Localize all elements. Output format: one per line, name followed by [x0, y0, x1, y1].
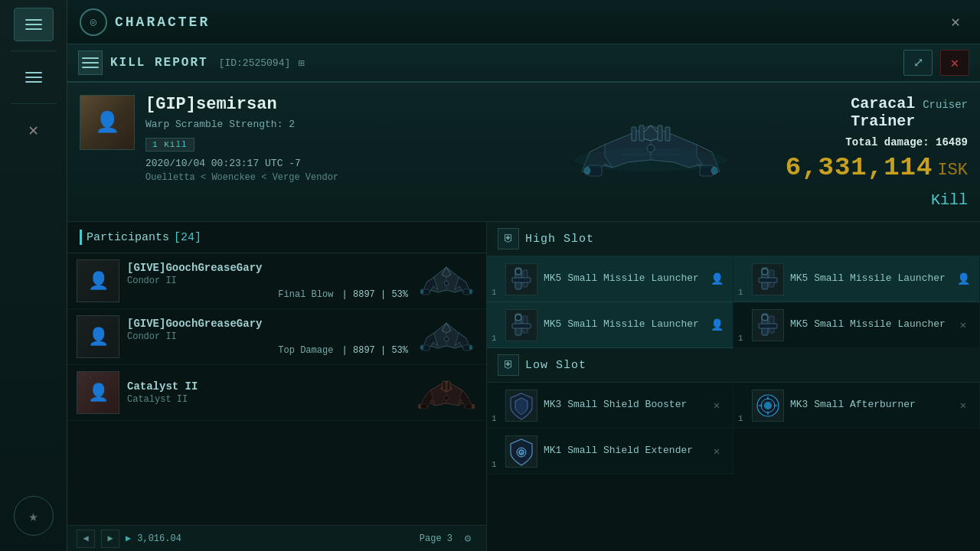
- stat-label: Top Damage: [278, 345, 333, 356]
- footer-damage-value: 3,016.04: [137, 533, 181, 544]
- footer-page: Page 3: [420, 533, 452, 544]
- slot-item[interactable]: 1 MK3 Small Shield Booster ✕: [487, 383, 733, 429]
- slot-item-name: MK5 Small Missile Launcher: [544, 272, 702, 285]
- victim-avatar: 👤: [80, 95, 135, 150]
- list-item[interactable]: 👤 [GIVE]GoochGreaseGary Condor II Final …: [67, 253, 486, 309]
- high-slot-title: High Slot: [525, 233, 594, 246]
- sidebar-cross-button[interactable]: ✕: [14, 113, 54, 147]
- ship-image: [544, 103, 758, 202]
- victim-info-left: 👤 [GIP]semirsan Warp Scramble Strength: …: [67, 83, 521, 221]
- slot-item[interactable]: 1 MK5 Small Missile Launcher ✕: [733, 302, 980, 348]
- slot-status-person-icon: 👤: [955, 271, 972, 288]
- list-item[interactable]: 👤 [GIVE]GoochGreaseGary Condor II Top Da…: [67, 309, 486, 365]
- participant-stats: Final Blow | 8897 | 53%: [127, 289, 408, 300]
- close-kill-report-button[interactable]: ✕: [940, 50, 969, 76]
- list-item[interactable]: 👤 Catalyst II Catalyst II: [67, 365, 486, 421]
- participant-name: Catalyst II: [127, 380, 408, 393]
- condor-svg: [416, 263, 476, 298]
- catalyst-svg: [416, 375, 476, 410]
- afterburner-svg: [753, 390, 783, 421]
- participants-bar-accent: [80, 230, 82, 245]
- launcher-svg: [506, 310, 537, 341]
- topbar: ◎ CHARACTER ✕: [67, 0, 980, 44]
- sidebar-divider-1: [11, 51, 57, 51]
- kr-menu-button[interactable]: [78, 51, 103, 75]
- participant-ship-image: [416, 373, 477, 412]
- nav-right-button[interactable]: ▶: [101, 530, 119, 548]
- participant-details: [GIVE]GoochGreaseGary Condor II Top Dama…: [127, 318, 408, 356]
- slot-qty: 1: [738, 288, 743, 297]
- svg-rect-40: [759, 278, 777, 282]
- participant-name: [GIVE]GoochGreaseGary: [127, 318, 408, 330]
- copy-icon[interactable]: ⊞: [298, 57, 304, 70]
- slot-item[interactable]: 1 MK3 Small A: [733, 383, 980, 429]
- svg-point-2: [584, 167, 590, 174]
- participants-list: 👤 [GIVE]GoochGreaseGary Condor II Final …: [67, 253, 486, 525]
- slot-qty: 1: [492, 460, 497, 469]
- filter-icon[interactable]: ⚙: [459, 530, 477, 548]
- svg-rect-32: [447, 381, 450, 390]
- total-damage-row: Total damage: 16489: [845, 136, 968, 148]
- slot-item[interactable]: 1 MK5 Small Missile Launcher 👤: [487, 256, 733, 302]
- ship-type: Cruiser: [923, 99, 968, 111]
- sidebar-menu-button[interactable]: [14, 8, 54, 41]
- slot-item-name: MK5 Small Missile Launcher: [790, 318, 949, 331]
- kill-result-badge: Kill: [931, 191, 968, 209]
- sidebar-menu-button-2[interactable]: [14, 60, 54, 94]
- svg-point-16: [469, 289, 472, 294]
- topbar-close-button[interactable]: ✕: [943, 10, 968, 34]
- victim-name: [GIP]semirsan: [145, 95, 508, 114]
- svg-point-18: [444, 281, 449, 285]
- nav-left-button[interactable]: ◀: [77, 530, 95, 548]
- kr-body: Participants [24] 👤 [GIVE]GoochGreaseGar…: [67, 222, 980, 551]
- launcher-svg: [506, 264, 537, 295]
- svg-point-47: [762, 315, 768, 321]
- participant-details: Catalyst II Catalyst II: [127, 380, 408, 405]
- svg-point-27: [418, 404, 421, 409]
- victim-warp-strength: Warp Scramble Strength: 2: [145, 119, 508, 130]
- main-content: KILL REPORT [ID:2525094] ⊞ ⤢ ✕ 👤 [GIP]se…: [67, 44, 980, 551]
- svg-point-12: [574, 148, 727, 171]
- participants-count: [24]: [174, 231, 201, 244]
- globe-icon: ◎: [80, 8, 107, 36]
- sidebar-star-button[interactable]: ★: [14, 496, 54, 536]
- low-slot-title: Low Slot: [525, 359, 586, 372]
- svg-rect-4: [632, 127, 636, 141]
- extender-svg: +: [506, 436, 537, 467]
- svg-point-21: [420, 345, 423, 350]
- slot-item[interactable]: 1 MK5 Small Missile Launcher 👤: [733, 256, 980, 302]
- missile-launcher-icon: [505, 309, 537, 341]
- victim-location: Ouelletta < Woenckee < Verge Vendor: [145, 172, 508, 183]
- condor-svg-2: [416, 319, 476, 354]
- afterburner-icon: [752, 390, 784, 422]
- svg-text:+: +: [520, 450, 524, 457]
- slot-qty: 1: [738, 334, 743, 343]
- high-slot-grid: 1 MK5 Small Missile Launcher 👤: [487, 256, 980, 348]
- svg-point-35: [515, 269, 521, 275]
- participant-ship-image: [416, 318, 477, 356]
- participant-ship-image: [416, 262, 477, 300]
- participant-ship: Condor II: [127, 276, 408, 286]
- slot-qty: 1: [492, 414, 497, 423]
- slot-item[interactable]: 1 + MK1 Small Shield Extender ✕: [487, 429, 733, 474]
- participant-stats: Top Damage | 8897 | 53%: [127, 345, 408, 356]
- footer-value: ▶: [126, 533, 131, 544]
- svg-point-22: [469, 345, 472, 350]
- missile-launcher-icon: [752, 263, 784, 295]
- participant-name: [GIVE]GoochGreaseGary: [127, 262, 408, 274]
- kill-report-header: KILL REPORT [ID:2525094] ⊞ ⤢ ✕: [67, 44, 980, 83]
- total-damage-value: 16489: [936, 136, 968, 148]
- svg-rect-44: [512, 324, 531, 328]
- catalyst-face: 👤: [77, 372, 119, 413]
- slot-item[interactable]: 1 MK5 Small Missile Launcher 👤: [487, 302, 733, 348]
- victim-datetime: 2020/10/04 00:23:17 UTC -7: [145, 158, 508, 169]
- high-slot-icon: ⛨: [498, 228, 519, 249]
- kill-report-id: [ID:2525094]: [219, 57, 291, 69]
- participant-avatar: 👤: [77, 371, 119, 414]
- slots-panel: ⛨ High Slot 1: [487, 222, 980, 551]
- slot-item-name: MK1 Small Shield Extender: [544, 445, 702, 458]
- external-link-button[interactable]: ⤢: [903, 50, 933, 76]
- victim-face: 👤: [80, 96, 134, 149]
- ship-svg: [544, 103, 758, 202]
- participants-panel: Participants [24] 👤 [GIVE]GoochGreaseGar…: [67, 222, 487, 551]
